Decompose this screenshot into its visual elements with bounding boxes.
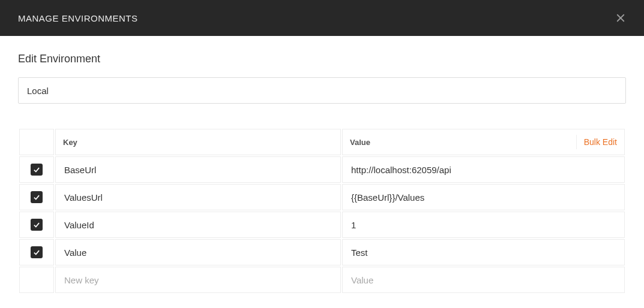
table-row-new [19,267,625,293]
table-row [19,212,625,238]
table-row [19,184,625,210]
modal-title: MANAGE ENVIRONMENTS [18,13,138,23]
value-input[interactable] [350,239,619,265]
value-input-new[interactable] [350,267,619,293]
variables-table: Key Value Bulk Edit [18,128,626,294]
value-input[interactable] [350,212,619,238]
column-header-checkbox [19,129,54,155]
column-header-value-label: Value [350,138,370,147]
bulk-edit-link[interactable]: Bulk Edit [576,135,617,149]
environment-name-input[interactable] [18,77,626,104]
key-input[interactable] [63,239,336,265]
row-checkbox[interactable] [31,191,43,203]
row-checkbox[interactable] [31,246,43,258]
modal-header: MANAGE ENVIRONMENTS [0,0,644,36]
value-input[interactable] [350,184,619,210]
row-checkbox-empty [19,267,54,293]
section-title: Edit Environment [18,53,626,65]
key-input[interactable] [63,184,336,210]
key-input[interactable] [63,156,336,183]
close-icon[interactable] [615,13,626,23]
key-input-new[interactable] [63,267,336,293]
column-header-value: Value Bulk Edit [342,129,625,155]
key-input[interactable] [63,212,336,238]
table-row [19,239,625,265]
row-checkbox[interactable] [31,164,43,176]
column-header-key: Key [55,129,341,155]
table-row [19,156,625,183]
row-checkbox[interactable] [31,219,43,231]
value-input[interactable] [350,156,619,183]
